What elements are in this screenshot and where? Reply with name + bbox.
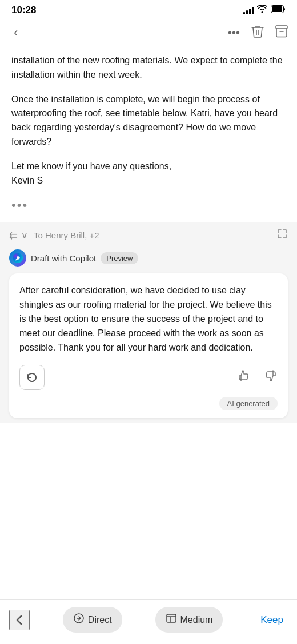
copilot-row: Draft with Copilot Preview bbox=[9, 249, 288, 267]
battery-icon bbox=[271, 5, 286, 15]
signal-icon bbox=[243, 6, 254, 14]
status-time: 10:28 bbox=[11, 5, 36, 16]
email-paragraph-3: Let me know if you have any questions, K… bbox=[11, 160, 286, 188]
delete-button[interactable] bbox=[251, 25, 264, 41]
thumbs-up-icon[interactable] bbox=[236, 368, 251, 387]
email-paragraph-1: installation of the new roofing material… bbox=[11, 54, 286, 82]
direct-label: Direct bbox=[88, 615, 112, 625]
back-button[interactable]: ‹ bbox=[9, 23, 22, 42]
email-paragraph-2: Once the installation is complete, we wi… bbox=[11, 93, 286, 149]
svg-rect-7 bbox=[167, 614, 176, 622]
direct-button[interactable]: Direct bbox=[63, 607, 122, 633]
draft-card: After careful consideration, we have dec… bbox=[9, 273, 288, 418]
ai-badge-row: AI generated bbox=[19, 397, 278, 410]
draft-actions bbox=[19, 365, 278, 390]
wifi-icon bbox=[257, 5, 267, 15]
reply-section: ⇇ ∨ To Henry Brill, +2 bbox=[0, 222, 297, 423]
more-options-button[interactable]: ••• bbox=[228, 26, 240, 39]
svg-rect-4 bbox=[276, 26, 287, 29]
refresh-button[interactable] bbox=[19, 365, 45, 390]
status-icons bbox=[243, 5, 286, 15]
reply-header-left: ⇇ ∨ To Henry Brill, +2 bbox=[9, 229, 99, 242]
medium-label: Medium bbox=[180, 615, 213, 625]
keep-button[interactable]: Keep bbox=[256, 612, 288, 628]
email-more-indicator: ••• bbox=[11, 198, 286, 213]
reply-to-label: To Henry Brill, +2 bbox=[34, 230, 99, 240]
reply-icon[interactable]: ⇇ bbox=[9, 229, 18, 242]
preview-badge: Preview bbox=[101, 252, 138, 264]
draft-text: After careful consideration, we have dec… bbox=[19, 284, 278, 355]
reply-header: ⇇ ∨ To Henry Brill, +2 bbox=[9, 228, 288, 243]
email-body: installation of the new roofing material… bbox=[0, 47, 297, 222]
bottom-back-button[interactable] bbox=[9, 610, 30, 630]
medium-icon bbox=[166, 613, 177, 627]
archive-button[interactable] bbox=[275, 25, 288, 41]
chevron-down-icon[interactable]: ∨ bbox=[21, 230, 28, 241]
svg-rect-1 bbox=[272, 6, 282, 12]
expand-icon[interactable] bbox=[276, 228, 288, 243]
ai-generated-badge: AI generated bbox=[219, 397, 278, 410]
status-bar: 10:28 bbox=[0, 0, 297, 18]
thumbs-down-icon[interactable] bbox=[263, 368, 278, 387]
bottom-bar: Direct Medium Keep bbox=[0, 599, 297, 644]
feedback-icons bbox=[236, 368, 278, 387]
medium-button[interactable]: Medium bbox=[155, 607, 223, 633]
direct-icon bbox=[73, 613, 85, 627]
copilot-label: Draft with Copilot bbox=[31, 253, 96, 263]
copilot-logo bbox=[9, 249, 26, 267]
top-navigation: ‹ ••• bbox=[0, 18, 297, 47]
nav-action-buttons: ••• bbox=[228, 25, 288, 41]
